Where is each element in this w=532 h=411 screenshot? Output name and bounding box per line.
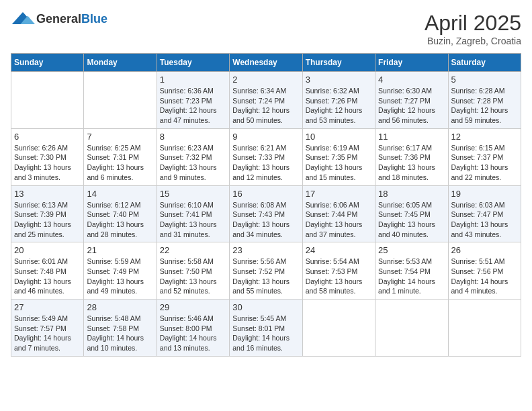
page-header: GeneralBlue April 2025 Buzin, Zagreb, Cr… [11, 11, 521, 46]
day-number: 7 [87, 132, 153, 142]
day-number: 18 [378, 189, 445, 199]
day-info: Sunrise: 5:53 AMSunset: 7:54 PMDaylight:… [378, 257, 445, 296]
day-info: Sunrise: 5:48 AMSunset: 7:58 PMDaylight:… [87, 314, 153, 353]
calendar-cell [84, 72, 157, 129]
day-number: 25 [378, 245, 445, 255]
calendar-cell [11, 72, 84, 129]
day-info: Sunrise: 5:54 AMSunset: 7:53 PMDaylight:… [306, 257, 372, 296]
weekday-header: Friday [375, 54, 448, 72]
day-number: 19 [451, 189, 518, 199]
day-info: Sunrise: 6:19 AMSunset: 7:35 PMDaylight:… [306, 143, 372, 183]
day-number: 28 [87, 302, 153, 312]
day-info: Sunrise: 5:51 AMSunset: 7:56 PMDaylight:… [451, 257, 518, 296]
calendar-cell: 14Sunrise: 6:12 AMSunset: 7:40 PMDayligh… [84, 185, 157, 242]
calendar-cell [375, 300, 448, 357]
calendar-cell: 2Sunrise: 6:34 AMSunset: 7:24 PMDaylight… [230, 72, 302, 129]
logo-icon [11, 11, 35, 27]
calendar-cell: 6Sunrise: 6:26 AMSunset: 7:30 PMDaylight… [11, 128, 84, 185]
weekday-header: Monday [84, 54, 157, 72]
day-info: Sunrise: 6:21 AMSunset: 7:33 PMDaylight:… [232, 143, 299, 183]
logo: GeneralBlue [11, 11, 107, 27]
calendar-cell: 24Sunrise: 5:54 AMSunset: 7:53 PMDayligh… [302, 242, 375, 300]
day-info: Sunrise: 6:32 AMSunset: 7:26 PMDaylight:… [306, 86, 372, 126]
month-title: April 2025 [425, 11, 521, 36]
day-number: 23 [232, 245, 299, 255]
day-number: 30 [232, 302, 299, 312]
day-info: Sunrise: 6:03 AMSunset: 7:47 PMDaylight:… [451, 200, 518, 240]
day-info: Sunrise: 6:17 AMSunset: 7:36 PMDaylight:… [378, 143, 445, 183]
day-number: 4 [378, 75, 445, 85]
calendar-cell [448, 300, 521, 357]
day-number: 1 [160, 75, 226, 85]
day-number: 3 [306, 75, 372, 85]
calendar-cell: 13Sunrise: 6:13 AMSunset: 7:39 PMDayligh… [11, 185, 84, 242]
day-info: Sunrise: 6:05 AMSunset: 7:45 PMDaylight:… [378, 200, 445, 240]
calendar-cell: 25Sunrise: 5:53 AMSunset: 7:54 PMDayligh… [375, 242, 448, 300]
day-info: Sunrise: 6:06 AMSunset: 7:44 PMDaylight:… [306, 200, 372, 240]
day-number: 11 [378, 132, 445, 142]
day-info: Sunrise: 6:13 AMSunset: 7:39 PMDaylight:… [14, 200, 81, 240]
day-info: Sunrise: 6:12 AMSunset: 7:40 PMDaylight:… [87, 200, 153, 240]
day-info: Sunrise: 6:23 AMSunset: 7:32 PMDaylight:… [160, 143, 226, 183]
day-info: Sunrise: 5:56 AMSunset: 7:52 PMDaylight:… [232, 257, 299, 296]
day-info: Sunrise: 5:59 AMSunset: 7:49 PMDaylight:… [87, 257, 153, 296]
calendar-table: SundayMondayTuesdayWednesdayThursdayFrid… [11, 53, 521, 357]
day-number: 15 [160, 189, 226, 199]
calendar-cell [302, 300, 375, 357]
calendar-cell: 7Sunrise: 6:25 AMSunset: 7:31 PMDaylight… [84, 128, 157, 185]
day-number: 26 [451, 245, 518, 255]
day-number: 21 [87, 245, 153, 255]
calendar-week-row: 13Sunrise: 6:13 AMSunset: 7:39 PMDayligh… [11, 185, 521, 242]
logo-general: General [36, 12, 81, 26]
day-info: Sunrise: 5:49 AMSunset: 7:57 PMDaylight:… [14, 314, 81, 353]
day-number: 10 [306, 132, 372, 142]
title-block: April 2025 Buzin, Zagreb, Croatia [425, 11, 521, 46]
day-number: 22 [160, 245, 226, 255]
calendar-cell: 8Sunrise: 6:23 AMSunset: 7:32 PMDaylight… [157, 128, 229, 185]
day-number: 24 [306, 245, 372, 255]
calendar-cell: 23Sunrise: 5:56 AMSunset: 7:52 PMDayligh… [230, 242, 302, 300]
weekday-header: Saturday [448, 54, 521, 72]
calendar-cell: 3Sunrise: 6:32 AMSunset: 7:26 PMDaylight… [302, 72, 375, 129]
calendar-cell: 18Sunrise: 6:05 AMSunset: 7:45 PMDayligh… [375, 185, 448, 242]
day-info: Sunrise: 6:10 AMSunset: 7:41 PMDaylight:… [160, 200, 226, 240]
day-info: Sunrise: 6:34 AMSunset: 7:24 PMDaylight:… [232, 86, 299, 126]
day-number: 27 [14, 302, 81, 312]
day-info: Sunrise: 6:36 AMSunset: 7:23 PMDaylight:… [160, 86, 226, 126]
calendar-cell: 10Sunrise: 6:19 AMSunset: 7:35 PMDayligh… [302, 128, 375, 185]
day-number: 20 [14, 245, 81, 255]
calendar-header-row: SundayMondayTuesdayWednesdayThursdayFrid… [11, 54, 521, 72]
calendar-cell: 12Sunrise: 6:15 AMSunset: 7:37 PMDayligh… [448, 128, 521, 185]
calendar-cell: 4Sunrise: 6:30 AMSunset: 7:27 PMDaylight… [375, 72, 448, 129]
day-info: Sunrise: 5:58 AMSunset: 7:50 PMDaylight:… [160, 257, 226, 296]
day-info: Sunrise: 5:45 AMSunset: 8:01 PMDaylight:… [232, 314, 299, 353]
calendar-week-row: 27Sunrise: 5:49 AMSunset: 7:57 PMDayligh… [11, 300, 521, 357]
day-info: Sunrise: 6:01 AMSunset: 7:48 PMDaylight:… [14, 257, 81, 296]
calendar-cell: 29Sunrise: 5:46 AMSunset: 8:00 PMDayligh… [157, 300, 229, 357]
calendar-cell: 15Sunrise: 6:10 AMSunset: 7:41 PMDayligh… [157, 185, 229, 242]
calendar-cell: 22Sunrise: 5:58 AMSunset: 7:50 PMDayligh… [157, 242, 229, 300]
day-number: 9 [232, 132, 299, 142]
calendar-cell: 30Sunrise: 5:45 AMSunset: 8:01 PMDayligh… [230, 300, 302, 357]
calendar-cell: 20Sunrise: 6:01 AMSunset: 7:48 PMDayligh… [11, 242, 84, 300]
day-number: 14 [87, 189, 153, 199]
day-info: Sunrise: 6:28 AMSunset: 7:28 PMDaylight:… [451, 86, 518, 126]
calendar-week-row: 20Sunrise: 6:01 AMSunset: 7:48 PMDayligh… [11, 242, 521, 300]
calendar-cell: 9Sunrise: 6:21 AMSunset: 7:33 PMDaylight… [230, 128, 302, 185]
day-info: Sunrise: 5:46 AMSunset: 8:00 PMDaylight:… [160, 314, 226, 353]
day-number: 2 [232, 75, 299, 85]
calendar-cell: 28Sunrise: 5:48 AMSunset: 7:58 PMDayligh… [84, 300, 157, 357]
calendar-cell: 16Sunrise: 6:08 AMSunset: 7:43 PMDayligh… [230, 185, 302, 242]
day-number: 29 [160, 302, 226, 312]
calendar-cell: 17Sunrise: 6:06 AMSunset: 7:44 PMDayligh… [302, 185, 375, 242]
day-number: 17 [306, 189, 372, 199]
day-info: Sunrise: 6:25 AMSunset: 7:31 PMDaylight:… [87, 143, 153, 183]
location: Buzin, Zagreb, Croatia [425, 36, 521, 46]
calendar-cell: 26Sunrise: 5:51 AMSunset: 7:56 PMDayligh… [448, 242, 521, 300]
day-number: 16 [232, 189, 299, 199]
weekday-header: Wednesday [230, 54, 302, 72]
weekday-header: Tuesday [157, 54, 229, 72]
day-info: Sunrise: 6:15 AMSunset: 7:37 PMDaylight:… [451, 143, 518, 183]
logo-blue: Blue [81, 12, 107, 26]
calendar-week-row: 1Sunrise: 6:36 AMSunset: 7:23 PMDaylight… [11, 72, 521, 129]
